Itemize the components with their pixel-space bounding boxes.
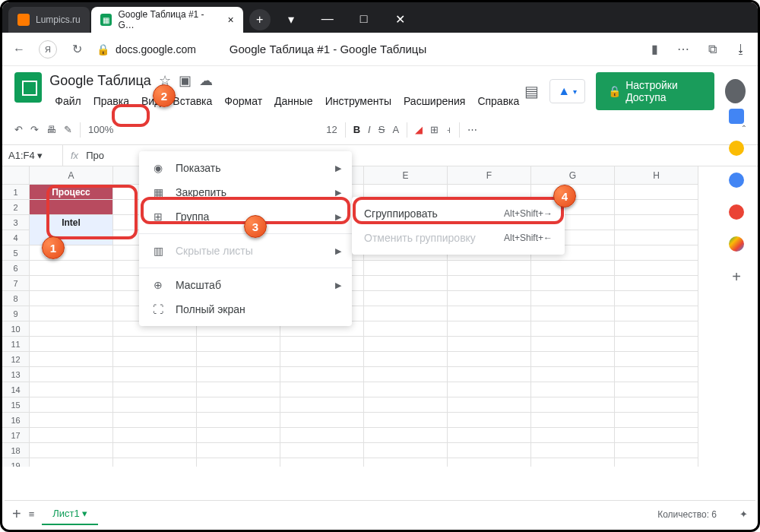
doc-title[interactable]: Google Таблица <box>49 73 151 89</box>
menu-item-freeze[interactable]: ▦Закрепить▶ <box>139 180 352 204</box>
row-header[interactable]: 17 <box>2 428 30 443</box>
row-header[interactable]: 9 <box>2 306 30 321</box>
tab-search-icon[interactable]: ▾ <box>274 5 309 33</box>
window-close-button[interactable]: ✕ <box>383 5 418 33</box>
calendar-icon[interactable] <box>729 109 744 124</box>
row-header[interactable]: 14 <box>2 382 30 397</box>
row-header[interactable]: 16 <box>2 413 30 428</box>
url-display[interactable]: 🔒 docs.google.com <box>97 43 196 55</box>
col-header[interactable]: F <box>448 166 531 185</box>
row-header[interactable]: 1 <box>2 185 30 200</box>
font-size-select[interactable]: 12 <box>326 124 337 135</box>
row-header[interactable]: 15 <box>2 397 30 413</box>
col-header[interactable]: E <box>364 166 448 185</box>
url-domain: docs.google.com <box>116 43 196 55</box>
menu-data[interactable]: Данные <box>269 92 318 110</box>
row-header[interactable]: 10 <box>2 321 30 337</box>
menu-edit[interactable]: Правка <box>88 92 135 110</box>
select-all-corner[interactable] <box>2 166 30 185</box>
row-header[interactable]: 6 <box>2 261 30 276</box>
row-header[interactable]: 13 <box>2 367 30 382</box>
zoom-select[interactable]: 100% <box>88 124 113 135</box>
row-header[interactable]: 18 <box>2 443 30 458</box>
paint-format-button[interactable]: ✎ <box>64 124 72 135</box>
menu-tools[interactable]: Инструменты <box>320 92 397 110</box>
cell[interactable]: Процесс <box>30 185 113 200</box>
nav-back-button[interactable]: ← <box>10 40 28 59</box>
close-icon[interactable]: × <box>228 14 234 26</box>
nav-reload-button[interactable]: ↻ <box>68 40 86 59</box>
fx-label: fx <box>63 150 86 161</box>
annotation-badge-4: 4 <box>553 185 576 207</box>
cell[interactable] <box>30 200 113 215</box>
row-header[interactable]: 2 <box>2 200 30 215</box>
annotation-badge-2: 2 <box>153 84 176 107</box>
add-sheet-button[interactable]: + <box>12 505 21 523</box>
row-header[interactable]: 12 <box>2 352 30 367</box>
sheets-logo-icon[interactable] <box>14 72 42 103</box>
bold-button[interactable]: B <box>353 124 360 135</box>
comments-icon[interactable]: ▤ <box>524 82 539 100</box>
add-addon-button[interactable]: + <box>732 268 741 286</box>
selection-count[interactable]: Количество: 6 <box>657 509 717 520</box>
browser-tab-sheets[interactable]: ▦ Google Таблица #1 - G… × <box>91 7 243 33</box>
undo-button[interactable]: ↶ <box>14 124 23 135</box>
contacts-icon[interactable] <box>729 204 744 220</box>
new-tab-button[interactable]: + <box>249 9 271 30</box>
shortcut-label: Alt+Shift+← <box>504 233 553 243</box>
row-header[interactable]: 3 <box>2 215 30 230</box>
eye-icon: ◉ <box>151 162 165 174</box>
formula-bar[interactable]: Про <box>86 150 104 161</box>
menu-item-group-rows[interactable]: СгруппироватьAlt+Shift+→ <box>352 201 565 226</box>
maps-icon[interactable] <box>729 236 744 252</box>
fill-color-button[interactable]: ◢ <box>415 124 423 135</box>
move-icon[interactable]: ▣ <box>179 72 192 89</box>
window-minimize-button[interactable]: ― <box>310 5 345 33</box>
menu-item-show[interactable]: ◉Показать▶ <box>139 156 352 180</box>
share-button[interactable]: 🔒 Настройки Доступа <box>596 72 714 110</box>
row-header[interactable]: 11 <box>2 337 30 352</box>
row-header[interactable]: 5 <box>2 245 30 261</box>
more-icon[interactable]: ⋯ <box>674 40 692 59</box>
menu-help[interactable]: Справка <box>472 92 524 110</box>
bookmark-icon[interactable]: ▮ <box>645 40 663 59</box>
all-sheets-button[interactable]: ≡ <box>29 508 35 520</box>
col-header[interactable]: H <box>615 166 698 185</box>
cell[interactable]: Intel <box>30 215 113 230</box>
side-panel: + <box>717 93 755 286</box>
group-submenu: СгруппироватьAlt+Shift+→ Отменить группи… <box>352 197 565 255</box>
menu-format[interactable]: Формат <box>219 92 268 110</box>
tasks-icon[interactable] <box>729 173 744 188</box>
keep-icon[interactable] <box>729 141 744 156</box>
menu-item-fullscreen[interactable]: ⛶Полный экран <box>139 297 352 321</box>
row-header[interactable]: 19 <box>2 458 30 467</box>
print-button[interactable]: 🖶 <box>46 124 56 135</box>
downloads-icon[interactable]: ⭳ <box>732 40 750 59</box>
explore-button[interactable]: ✦ <box>739 508 748 520</box>
menu-item-zoom[interactable]: ⊕Масштаб▶ <box>139 273 352 297</box>
browser-tabstrip: Lumpics.ru ▦ Google Таблица #1 - G… × + … <box>2 2 758 33</box>
redo-button[interactable]: ↷ <box>30 124 39 135</box>
menu-file[interactable]: Файл <box>49 92 86 110</box>
text-color-button[interactable]: A <box>392 124 399 135</box>
row-header[interactable]: 8 <box>2 291 30 306</box>
sheet-tab[interactable]: Лист1 ▾ <box>42 503 98 525</box>
chevron-right-icon: ▶ <box>335 280 341 290</box>
row-header[interactable]: 7 <box>2 276 30 291</box>
toolbar-more-button[interactable]: ⋯ <box>467 124 477 135</box>
browser-tab-lumpics[interactable]: Lumpics.ru <box>8 7 90 33</box>
window-maximize-button[interactable]: □ <box>347 5 382 33</box>
menu-extensions[interactable]: Расширения <box>398 92 470 110</box>
cloud-status-icon[interactable]: ☁ <box>199 72 213 89</box>
row-header[interactable]: 4 <box>2 230 30 245</box>
strike-button[interactable]: S <box>378 124 385 135</box>
extensions-icon[interactable]: ⧉ <box>703 40 721 59</box>
italic-button[interactable]: I <box>368 124 371 135</box>
present-button[interactable]: ▲▾ <box>549 79 585 103</box>
col-header[interactable]: G <box>531 166 615 185</box>
borders-button[interactable]: ⊞ <box>430 124 439 135</box>
yandex-home-icon[interactable]: Я <box>39 40 57 59</box>
name-box[interactable]: A1:F4 ▾ <box>2 145 63 166</box>
merge-button[interactable]: ⫞ <box>446 124 451 135</box>
col-header[interactable]: A <box>30 166 113 185</box>
